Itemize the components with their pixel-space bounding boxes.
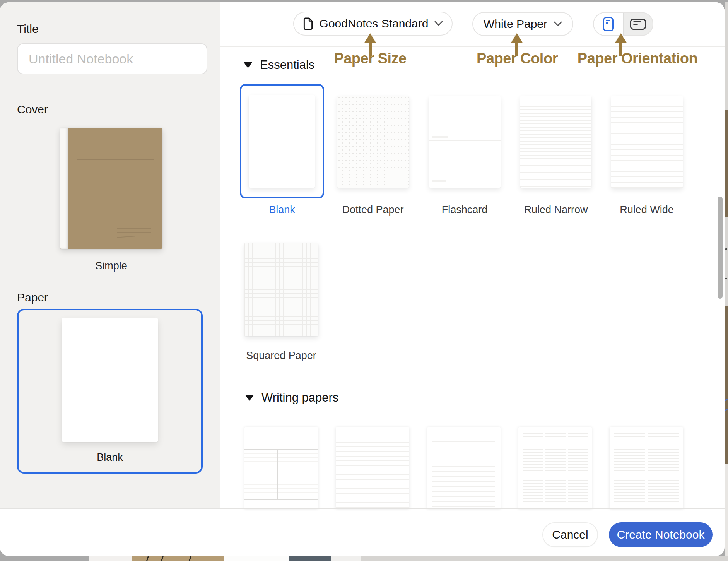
chevron-down-icon: [554, 21, 562, 27]
template-label-squared: Squared Paper: [236, 350, 327, 362]
orientation-portrait-button[interactable]: [594, 13, 624, 35]
template-ruled-with-margin[interactable]: [336, 427, 409, 509]
paper-orientation-control: [593, 12, 653, 36]
background-sketch-line: [161, 556, 164, 561]
background-text-fragment: [725, 248, 727, 250]
template-ruled-narrow[interactable]: [520, 96, 591, 188]
template-flashcard[interactable]: [429, 96, 501, 188]
template-label-dotted: Dotted Paper: [327, 204, 419, 216]
background-sliver: [132, 556, 224, 561]
screen: Title Cover Simple Paper Blank: [0, 0, 728, 561]
ruled-column: [545, 433, 566, 509]
ruled-column: [614, 433, 645, 509]
background-sliver: [289, 556, 331, 561]
paper-label: Paper: [17, 291, 48, 304]
paper-color-dropdown[interactable]: White Paper: [472, 12, 573, 36]
cornell-vertical-rule: [277, 450, 278, 500]
background-sliver: [361, 556, 728, 561]
cover-spine: [60, 128, 68, 249]
template-label-ruled-wide: Ruled Wide: [601, 204, 692, 216]
paper-size-dropdown[interactable]: GoodNotes Standard: [293, 12, 453, 36]
create-notebook-button[interactable]: Create Notebook: [609, 522, 713, 547]
section-writing-papers-label: Writing papers: [261, 391, 338, 405]
collapse-triangle-icon: [245, 395, 254, 401]
title-label: Title: [17, 22, 39, 36]
template-story-paper[interactable]: [427, 427, 501, 509]
background-sliver: [725, 306, 728, 464]
cover-option-simple[interactable]: [60, 128, 162, 249]
background-sliver: [725, 217, 728, 306]
paper-color-value: White Paper: [484, 17, 547, 31]
background-sliver: [89, 556, 132, 561]
template-two-column-paper[interactable]: [610, 427, 683, 509]
template-dotted-paper[interactable]: [337, 96, 409, 188]
template-label-blank: Blank: [236, 204, 328, 216]
ruled-column: [568, 433, 588, 509]
cover-signature-lines: [117, 220, 151, 237]
notebook-title-input[interactable]: [17, 43, 207, 74]
ruled-column: [648, 433, 679, 509]
footer-divider: [0, 508, 725, 509]
cover-label: Cover: [17, 103, 48, 116]
cancel-button[interactable]: Cancel: [542, 522, 598, 547]
template-three-column-paper[interactable]: [518, 427, 592, 509]
background-scribble: [725, 409, 728, 411]
background-sliver: [725, 110, 728, 217]
selected-paper-label: Blank: [19, 452, 201, 464]
flashcard-question-hint: [432, 136, 448, 138]
flashcard-answer-hint: [432, 180, 446, 182]
template-label-ruled-narrow: Ruled Narrow: [510, 204, 602, 216]
ruled-column: [523, 433, 543, 509]
collapse-triangle-icon: [244, 62, 252, 68]
selected-paper-preview[interactable]: Blank: [17, 309, 203, 474]
background-sketch-line: [146, 556, 149, 561]
sidebar: Title Cover Simple Paper Blank: [0, 2, 220, 508]
template-squared-paper[interactable]: [244, 243, 318, 336]
annotation-paper-size: Paper Size: [285, 50, 455, 67]
background-sliver: [331, 556, 361, 561]
section-writing-papers[interactable]: Writing papers: [245, 391, 338, 405]
background-sliver: [725, 2, 728, 110]
portrait-page-icon: [603, 17, 614, 31]
landscape-page-icon: [630, 19, 646, 30]
annotation-paper-orientation: Paper Orientation: [552, 50, 723, 67]
create-notebook-dialog: Title Cover Simple Paper Blank: [0, 2, 725, 556]
ruled-lines: [432, 466, 495, 509]
chevron-down-icon: [434, 21, 443, 26]
template-cornell-paper[interactable]: [244, 427, 318, 509]
scrollbar[interactable]: [718, 197, 723, 299]
selected-paper-thumbnail: [62, 318, 158, 442]
background-text-fragment: [725, 278, 727, 279]
template-ruled-wide[interactable]: [611, 96, 683, 188]
cover-band-line: [77, 159, 154, 160]
background-sliver: [725, 464, 728, 556]
cover-option-label: Simple: [60, 260, 162, 272]
background-sketch-line: [189, 556, 191, 561]
template-blank[interactable]: [249, 95, 315, 188]
toolbar-divider: [220, 46, 725, 47]
orientation-landscape-button[interactable]: [624, 13, 653, 35]
template-label-flashcard: Flashcard: [419, 204, 510, 216]
paper-size-value: GoodNotes Standard: [320, 17, 429, 30]
background-scribble: [725, 399, 728, 401]
background-sliver: [224, 556, 289, 561]
background-sliver: [0, 556, 89, 561]
document-icon: [303, 17, 313, 30]
